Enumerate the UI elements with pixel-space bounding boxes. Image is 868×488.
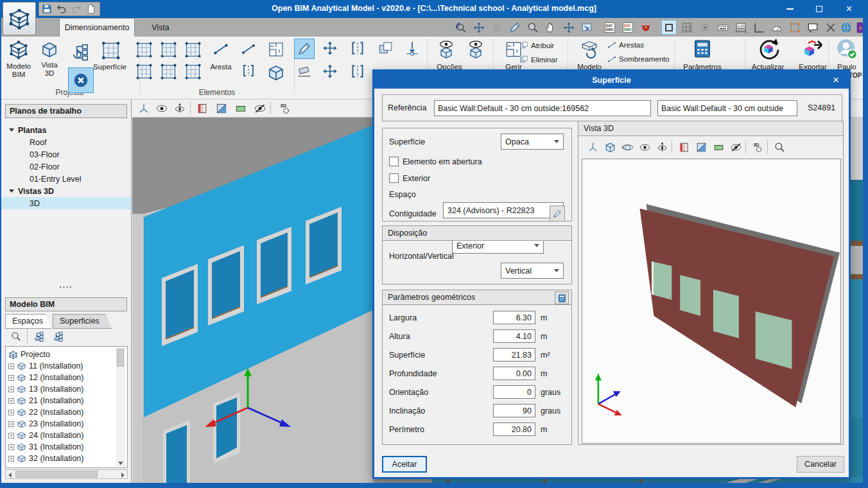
param-input[interactable]: 0.00 (493, 367, 535, 380)
split-edges-icon[interactable] (347, 62, 369, 81)
planes-visibility-icon[interactable] (693, 139, 709, 155)
elemento-abertura-checkbox[interactable] (389, 157, 399, 166)
fit-screen-icon[interactable] (579, 20, 595, 35)
vertex-down-icon[interactable] (402, 39, 422, 58)
keyboard-input-icon[interactable] (715, 20, 731, 35)
tree-item-space[interactable]: +24 (Installation) (6, 430, 127, 441)
expand-tree-icon[interactable] (33, 331, 45, 344)
expander-plus-icon[interactable]: + (8, 433, 14, 439)
3d-settings-icon[interactable] (750, 139, 765, 155)
tab-superficies[interactable]: Superficies (53, 314, 112, 329)
snap-point-icon[interactable] (697, 20, 713, 35)
orbit-eye-icon[interactable] (637, 139, 652, 155)
hide-elements-icon[interactable] (728, 139, 743, 155)
expander-plus-icon[interactable]: + (8, 375, 14, 381)
axis-icon[interactable] (585, 139, 600, 155)
erase-button[interactable] (294, 62, 315, 81)
project-tree-button[interactable] (68, 39, 94, 65)
orbit-ring-icon[interactable] (172, 101, 187, 116)
param-input[interactable]: 20.80 (493, 423, 535, 436)
orbit-view-icon[interactable] (561, 20, 577, 35)
horizontal-scrollbar[interactable] (5, 469, 128, 479)
expander-plus-icon[interactable]: + (8, 456, 14, 462)
orbit-cube-icon[interactable] (620, 139, 635, 155)
planes-visibility-icon[interactable] (214, 101, 229, 116)
surface-extend-icon[interactable] (133, 62, 155, 81)
export-icon[interactable] (799, 37, 826, 61)
tree-item-space[interactable]: +31 (Installation) (6, 441, 127, 453)
param-input[interactable]: 6.30 (493, 311, 535, 324)
copy-icon[interactable] (375, 39, 395, 58)
scroll-down-icon[interactable] (118, 462, 123, 465)
tab-espacos[interactable]: Espaços (5, 314, 51, 329)
view-cube-top-label[interactable]: TOP (849, 72, 862, 79)
tools-icon[interactable] (823, 20, 838, 35)
dxf-import-icon[interactable] (602, 20, 618, 35)
cancelar-button[interactable]: Cancelar (797, 456, 844, 473)
atribuir-button[interactable]: Atribuir (519, 40, 554, 50)
vista-3d-button[interactable]: Vista 3D (36, 40, 63, 78)
tree-root-projecto[interactable]: Projecto (6, 349, 127, 360)
arestas-button[interactable]: Arestas (607, 40, 644, 49)
exterior-checkbox[interactable] (389, 173, 399, 183)
minimize-button[interactable] (776, 0, 804, 18)
scroll-right-icon[interactable] (121, 473, 125, 478)
scrollbar-thumb[interactable] (117, 349, 124, 367)
eliminar-button[interactable]: Eliminar (519, 55, 558, 64)
surface-window-icon[interactable] (182, 62, 204, 81)
dialog-close-button[interactable]: × (825, 71, 847, 89)
close-button[interactable]: × (835, 0, 864, 18)
edge-vertical-icon[interactable] (239, 40, 258, 58)
superficie-dropdown[interactable]: Opaca (501, 134, 564, 150)
options-view-icon[interactable] (434, 38, 458, 61)
options-model-view-icon[interactable] (464, 38, 488, 61)
walls-visibility-icon[interactable] (195, 101, 210, 116)
surface-cut-icon[interactable] (157, 62, 179, 81)
update-sync-icon[interactable] (755, 37, 782, 61)
dxf-layers-icon[interactable] (620, 20, 636, 35)
zoom-icon[interactable] (772, 139, 787, 155)
user-avatar[interactable] (833, 37, 860, 61)
espaco-dropdown[interactable]: 324 (Advisors) - R22823 (443, 202, 564, 218)
ortho-mode-icon[interactable] (661, 20, 677, 35)
tree-item-3d-selected[interactable]: 3D (1, 197, 131, 209)
web-icon[interactable] (838, 20, 854, 35)
panel-splitter[interactable]: .... (1, 281, 131, 290)
app-logo-button[interactable] (3, 2, 36, 35)
expander-plus-icon[interactable]: + (8, 444, 14, 450)
expander-plus-icon[interactable]: + (8, 410, 14, 415)
maximize-button[interactable] (804, 0, 833, 18)
aceitar-button[interactable]: Aceitar (382, 456, 427, 473)
tree-item-roof[interactable]: Roof (30, 136, 130, 148)
tree-item-space[interactable]: +23 (Installation) (6, 418, 127, 430)
angle-icon[interactable] (751, 20, 767, 35)
tree-item-03-floor[interactable]: 03-Floor (30, 148, 130, 161)
referencia-input-2[interactable]: Basic Wall:Default - 30 cm outside (657, 100, 797, 116)
superficie-button[interactable] (96, 40, 125, 62)
snap-magnet-icon[interactable] (638, 20, 654, 35)
modelo-bim-button[interactable]: Modelo BIM (4, 39, 33, 79)
iso-cube-icon[interactable] (602, 139, 618, 155)
undo-icon[interactable] (56, 3, 67, 15)
tree-item-01-entry-level[interactable]: 01-Entry Level (30, 173, 130, 185)
redo-icon[interactable] (71, 3, 82, 15)
surface-align-icon[interactable] (182, 40, 204, 59)
referencia-input[interactable]: Basic Wall:Default - 30 cm outside:16956… (434, 100, 651, 116)
param-input[interactable]: 21.83 (493, 348, 535, 362)
move-icon[interactable] (320, 39, 340, 58)
save-icon[interactable] (41, 3, 53, 15)
vertical-scrollbar[interactable] (116, 347, 125, 467)
scrollbar-thumb[interactable] (15, 471, 98, 478)
param-input[interactable]: 90 (493, 404, 535, 417)
print-preview-icon[interactable] (85, 3, 97, 15)
tree-item-space[interactable]: +22 (Installation) (6, 406, 127, 418)
edit-pencil-button[interactable] (294, 39, 315, 59)
search-icon[interactable] (10, 331, 22, 344)
edit-contiguidade-button[interactable] (550, 205, 565, 222)
surface-3d-preview[interactable] (582, 159, 841, 444)
hide-elements-icon[interactable] (252, 101, 268, 116)
param-input[interactable]: 4.10 (493, 329, 535, 343)
orbit-eye-icon[interactable] (154, 101, 169, 116)
selection-box-icon[interactable] (787, 20, 803, 35)
model-refresh-icon[interactable] (575, 38, 603, 61)
